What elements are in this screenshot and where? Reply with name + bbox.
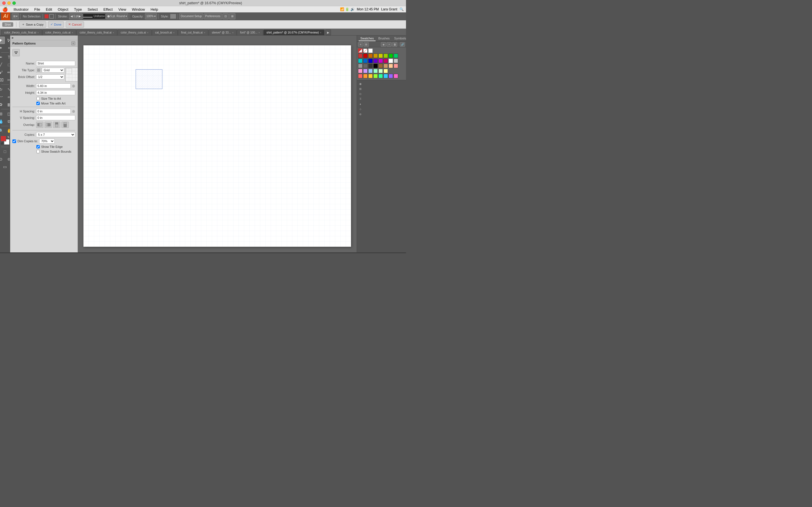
menu-type[interactable]: Type xyxy=(71,7,84,12)
symbols-tab[interactable]: Symbols xyxy=(393,36,406,41)
menu-edit[interactable]: Edit xyxy=(43,7,54,12)
screen-mode-btn[interactable]: ▭ xyxy=(1,163,10,170)
magic-wand-tool[interactable]: ✦ xyxy=(0,44,5,52)
swatch-pink[interactable] xyxy=(358,69,363,73)
swatch-light-gray[interactable] xyxy=(394,59,398,63)
h-spacing-input[interactable] xyxy=(36,109,71,114)
done-btn[interactable]: ✓ Done xyxy=(48,21,64,27)
blend-tool[interactable]: ∞ xyxy=(5,93,10,101)
rotate-tool[interactable]: ↻ xyxy=(0,86,5,93)
swatch-sky[interactable] xyxy=(384,74,388,78)
align-btn[interactable]: ⊞ xyxy=(229,13,236,19)
right-tool-1[interactable]: ◉ xyxy=(358,81,363,86)
tab-7[interactable]: font* @ 100... × xyxy=(237,30,263,35)
right-tool-6[interactable]: ⊹ xyxy=(358,107,363,111)
warp-tool[interactable]: 〰 xyxy=(0,93,5,101)
tab-5[interactable]: final_cut_finals.ai × xyxy=(178,30,208,35)
window-maximize-btn[interactable] xyxy=(12,1,16,5)
swatch-gold[interactable] xyxy=(373,54,378,58)
swatch-orange[interactable] xyxy=(368,54,373,58)
gradient-tool[interactable]: ◫ xyxy=(5,110,10,117)
pen-tool[interactable]: ✒ xyxy=(0,54,5,61)
right-tool-3[interactable]: ⊙ xyxy=(358,92,363,96)
swatches-tab[interactable]: Swatches xyxy=(359,36,375,41)
opacity-btn[interactable]: 100% ▾ xyxy=(145,13,157,19)
panel-menu-btn[interactable]: ≡ xyxy=(71,41,75,45)
swatch-cyan[interactable] xyxy=(358,59,363,63)
tab-0-close[interactable]: × xyxy=(37,31,39,34)
swatch-purple[interactable] xyxy=(389,74,393,78)
swatch-brown[interactable] xyxy=(378,64,383,68)
tab-1[interactable]: color_theory_cuts.ai × xyxy=(42,30,77,35)
tab-2[interactable]: color_theory_cuts_final.ai × xyxy=(77,30,117,35)
swatches-delete-btn[interactable]: 🗑 xyxy=(392,42,397,47)
swatch-light-yellow[interactable] xyxy=(384,69,388,73)
swatches-add-btn[interactable]: ＋ xyxy=(387,42,392,47)
size-tile-label[interactable]: Size Tile to Art xyxy=(41,97,61,100)
type-tool[interactable]: T xyxy=(5,54,10,61)
swatch-white[interactable] xyxy=(389,59,393,63)
swatch-spring[interactable] xyxy=(394,54,398,58)
menu-effect[interactable]: Effect xyxy=(101,7,115,12)
draw-normal-btn[interactable]: □ xyxy=(1,148,10,155)
menu-file[interactable]: File xyxy=(32,7,42,12)
scissors-tool[interactable]: ✂ xyxy=(5,76,10,83)
tab-3[interactable]: color_theory_cuts.ai × xyxy=(117,30,152,35)
pencil-tool[interactable]: ✏ xyxy=(5,69,10,76)
swatch-violet[interactable] xyxy=(373,59,378,63)
swatch-magenta[interactable] xyxy=(378,59,383,63)
tab-2-close[interactable]: × xyxy=(113,31,114,34)
show-swatch-bounds-checkbox[interactable] xyxy=(36,150,40,153)
menu-view[interactable]: View xyxy=(116,7,129,12)
hand-tool[interactable]: ✋ xyxy=(5,127,10,134)
swatch-coral[interactable] xyxy=(358,74,363,78)
tab-4-close[interactable]: × xyxy=(173,31,174,34)
tab-0[interactable]: color_theory_cuts_final.ai × xyxy=(1,30,42,35)
dim-copies-checkbox[interactable] xyxy=(12,139,16,143)
tab-1-close[interactable]: × xyxy=(71,31,73,34)
menu-illustrator[interactable]: Illustrator xyxy=(11,7,31,12)
swatches-color-group-btn[interactable]: ◈ xyxy=(381,42,386,47)
copies-select[interactable]: 3 x 5 5 x 7 7 x 9 xyxy=(36,132,75,137)
swatch-tan[interactable] xyxy=(384,64,388,68)
mesh-tool[interactable]: ⊞ xyxy=(0,110,5,117)
stroke-swatch[interactable] xyxy=(49,14,54,18)
swatch-bright-yellow[interactable] xyxy=(368,74,373,78)
height-input[interactable] xyxy=(36,90,75,95)
right-tool-5[interactable]: ♦ xyxy=(358,102,363,106)
fill-swatch[interactable] xyxy=(44,14,49,18)
swatch-dark-gray[interactable] xyxy=(363,64,368,68)
selection-tool[interactable] xyxy=(0,37,5,44)
tab-6[interactable]: sleeve* @ 33... × xyxy=(209,30,237,35)
brick-offset-select[interactable]: 1/2 1/3 1/4 xyxy=(36,74,64,79)
move-tile-label[interactable]: Move Tile with Art xyxy=(41,102,65,105)
stroke-value-btn[interactable]: ◀ 1 pt ▶ xyxy=(69,13,82,19)
swatch-darker-gray[interactable] xyxy=(368,64,373,68)
right-tool-7[interactable]: ⊛ xyxy=(358,112,363,116)
h-v-link-icon[interactable]: ⊕ xyxy=(72,109,75,114)
tab-6-close[interactable]: × xyxy=(232,31,234,34)
swatch-red[interactable] xyxy=(358,54,363,58)
zoom-tool[interactable]: 🔍 xyxy=(0,127,5,134)
v-spacing-input[interactable] xyxy=(36,115,75,120)
overlap-top-front-btn[interactable] xyxy=(53,122,60,128)
menu-object[interactable]: Object xyxy=(56,7,71,12)
swatches-list-view-btn[interactable]: ≡ xyxy=(358,42,363,47)
menu-select[interactable]: Select xyxy=(86,7,100,12)
dim-copies-label[interactable]: Dim Copies to: xyxy=(17,139,38,143)
tab-nav-right[interactable]: ▶ xyxy=(325,30,331,35)
overlap-left-front-btn[interactable] xyxy=(36,122,43,128)
tile-type-icon-btn[interactable] xyxy=(36,68,41,73)
width-input[interactable] xyxy=(36,83,71,89)
swatch-yellow-green[interactable] xyxy=(373,74,378,78)
rect-tool[interactable]: □ xyxy=(5,61,10,68)
overlap-right-front-btn[interactable] xyxy=(45,122,52,128)
swatch-azure[interactable] xyxy=(363,59,368,63)
name-input[interactable] xyxy=(36,61,75,66)
tab-4[interactable]: cat_brooch.ai × xyxy=(152,30,177,35)
eyedropper-tool[interactable]: 💧 xyxy=(0,118,5,125)
swatch-salmon[interactable] xyxy=(394,64,398,68)
swatches-link-btn[interactable]: 🔗 xyxy=(400,42,405,47)
swatch-lavender[interactable] xyxy=(363,69,368,73)
stroke-style-preview[interactable]: Uniform ▾ xyxy=(83,13,105,19)
